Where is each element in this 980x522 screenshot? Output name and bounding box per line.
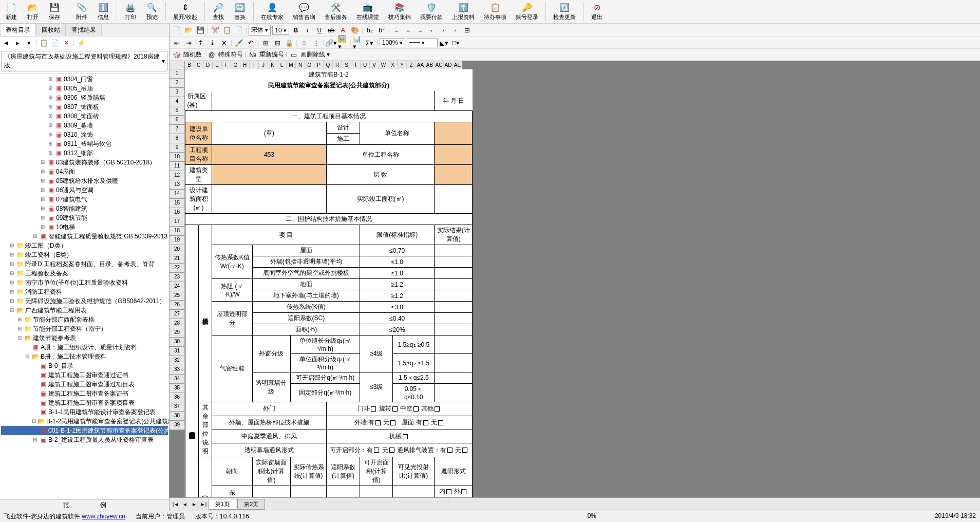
col-header[interactable]: K	[268, 61, 277, 69]
expand-icon[interactable]: ⊞	[16, 324, 23, 333]
renum-label[interactable]: 重新编号	[259, 50, 284, 59]
row-header[interactable]: 18	[169, 227, 185, 236]
expand-icon[interactable]: ⊞	[40, 167, 46, 176]
expand-icon[interactable]: ⊞	[9, 259, 15, 269]
save-button[interactable]: 💾保存	[45, 1, 64, 22]
expand-icon[interactable]: ⊞	[9, 296, 15, 306]
cut-icon[interactable]: ✂️	[210, 26, 220, 35]
col-header[interactable]: I	[250, 61, 259, 69]
nav-down-icon[interactable]: ▾	[24, 38, 33, 47]
col-header[interactable]: H	[240, 61, 250, 69]
row-header[interactable]: 8	[169, 134, 185, 143]
bold-icon[interactable]: B	[291, 26, 301, 35]
row-header[interactable]: 17	[169, 217, 185, 227]
save-doc-icon[interactable]: 💾	[195, 26, 205, 35]
tree-node[interactable]: ⊞▣0308_饰面砖	[1, 111, 168, 121]
underline-icon[interactable]: U	[314, 26, 325, 35]
list-bul-icon[interactable]: ⋮	[311, 38, 321, 47]
row-header[interactable]: 34	[169, 375, 185, 384]
row-header[interactable]: 15	[169, 199, 185, 208]
del-row-icon[interactable]: ✕	[219, 38, 229, 47]
row-header[interactable]: 19	[169, 236, 185, 245]
expand-icon[interactable]: ⊞	[32, 435, 38, 444]
tree-node[interactable]: ⊞📁节能分部工程资料（南宁）	[1, 324, 168, 333]
tree-node[interactable]: ⊞📁消防工程资料	[1, 287, 168, 296]
expand-icon[interactable]: ⊞	[47, 111, 53, 121]
grid2-icon[interactable]: ⊟	[272, 38, 282, 47]
row-header[interactable]: 13	[169, 180, 185, 190]
col-header[interactable]: X	[388, 61, 398, 69]
fill-color-icon[interactable]: 🎨	[350, 26, 360, 35]
col-header[interactable]: D	[203, 61, 213, 69]
row-header[interactable]: 30	[169, 338, 185, 347]
tree-node[interactable]: ⊞▣09建筑节能	[1, 213, 168, 222]
row-header[interactable]: 33	[169, 365, 185, 375]
tree-node[interactable]: ⊞📁节能分部广西配套表格	[1, 315, 168, 324]
tree-node[interactable]: ⊞📁无障碍设施施工验收及维护规范（GB50642-2011）	[1, 296, 168, 306]
collapse-icon[interactable]: ⊟	[16, 333, 23, 343]
expand-icon[interactable]: ⊞	[40, 185, 46, 195]
tree-node[interactable]: ⊟📂B册：施工技术管理资料	[1, 352, 168, 361]
collapse-icon[interactable]: ⊟	[32, 417, 36, 426]
expand-icon[interactable]: ⊞	[9, 278, 15, 287]
col-header[interactable]: U	[361, 61, 370, 69]
row-header[interactable]: 12	[169, 171, 185, 180]
tree-node[interactable]: ▣B-1-1民用建筑节能设计审查备案登记表	[1, 407, 168, 417]
tree-node[interactable]: ⊟📂广西建筑节能工程用表	[1, 306, 168, 315]
service-button[interactable]: 🛠️售后服务	[322, 1, 350, 22]
row-header[interactable]: 21	[169, 254, 185, 264]
expand-icon[interactable]: ⊞	[9, 269, 15, 278]
text-color-icon[interactable]: A	[338, 26, 348, 35]
sheet-tab-2[interactable]: 第2页	[237, 499, 265, 510]
rand-icon[interactable]: 🎲	[172, 50, 182, 59]
copy2-icon[interactable]: 📋	[222, 26, 232, 35]
expand-button[interactable]: ⇕展开/收起	[170, 1, 200, 22]
align-left-icon[interactable]: ≡	[391, 26, 402, 35]
sup-icon[interactable]: b²	[376, 26, 387, 35]
expand-icon[interactable]: ⊞	[47, 121, 53, 130]
collapse-icon[interactable]: ⊟	[24, 352, 30, 361]
delline-icon[interactable]: ▭	[289, 50, 299, 59]
expand-icon[interactable]: ⊞	[32, 232, 38, 241]
sheet-prev-icon[interactable]: ◄	[181, 501, 189, 507]
tree-node[interactable]: ⊞📁竣工资料（E类）	[1, 250, 168, 259]
tree-node[interactable]: ⊞▣0311_裱糊与软包	[1, 139, 168, 148]
new-button[interactable]: 📄新建	[2, 1, 21, 22]
paste2-icon[interactable]: 📄	[234, 26, 244, 35]
col-header[interactable]: M	[287, 61, 296, 69]
expand-icon[interactable]: ⊞	[40, 176, 46, 185]
img-icon[interactable]: 🖼️▾	[338, 38, 348, 47]
expand-icon[interactable]: ⊞	[47, 130, 53, 139]
shape1-icon[interactable]: ◣▾	[439, 38, 449, 47]
tab-results[interactable]: 查找结果	[66, 24, 102, 36]
corner-cell[interactable]	[169, 61, 185, 69]
ins-up-icon[interactable]: ⇡	[195, 38, 205, 47]
row-header[interactable]: 16	[169, 208, 185, 217]
tree-node[interactable]: ▣001-B-1-2民用建筑节能审查备案登记表(公共建筑部	[1, 426, 168, 435]
tree-node[interactable]: ⊞▣04屋面	[1, 167, 168, 176]
attach-button[interactable]: 📎附件	[72, 1, 91, 22]
col-header[interactable]: AB	[425, 61, 435, 69]
sheet-tab-1[interactable]: 第1页	[209, 499, 236, 510]
login-button[interactable]: 🔑账号登录	[513, 1, 541, 22]
filter-icon[interactable]: ⚡	[77, 38, 86, 47]
tab-fan[interactable]: 范	[48, 500, 85, 511]
tree-node[interactable]: ⊞▣智能建筑工程质量验收规范 GB 50339-2013	[1, 232, 168, 241]
col-header[interactable]: E	[213, 61, 222, 69]
exit-button[interactable]: ⊘退出	[588, 1, 606, 22]
ins-down-icon[interactable]: ⇣	[207, 38, 217, 47]
row-header[interactable]: 2	[169, 79, 185, 88]
brush-icon[interactable]: 🖌️	[234, 38, 244, 47]
row-header[interactable]: 24	[169, 282, 185, 291]
delline-label[interactable]: 画删除线	[300, 50, 325, 59]
line-select[interactable]: ━━━ ▾	[407, 39, 438, 47]
nav-back-icon[interactable]: ◄	[2, 38, 11, 47]
row-header[interactable]: 22	[169, 264, 185, 273]
tree-node[interactable]: ▣A册：施工组织设计、质量计划资料	[1, 343, 168, 352]
replace-button[interactable]: 🔄替换	[231, 1, 249, 22]
row-header[interactable]: 31	[169, 347, 185, 356]
row-header[interactable]: 39	[169, 421, 185, 430]
col-header[interactable]: Z	[407, 61, 416, 69]
row-header[interactable]: 9	[169, 143, 185, 153]
row-header[interactable]: 11	[169, 162, 185, 171]
